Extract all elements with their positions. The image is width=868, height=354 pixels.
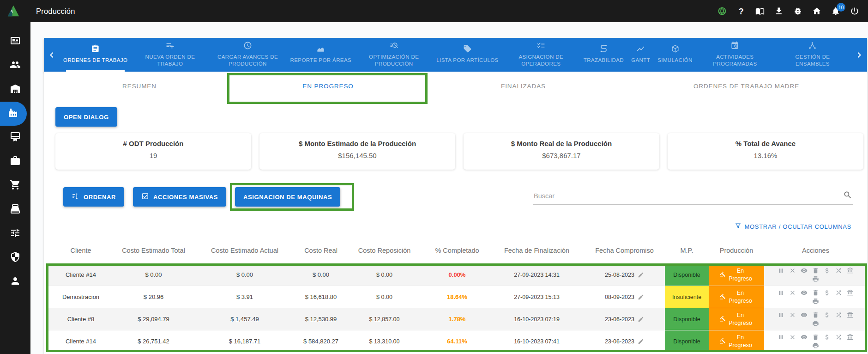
- dollar-icon[interactable]: [824, 267, 831, 274]
- subtab-resumen[interactable]: RESUMEN: [44, 72, 235, 100]
- search-input[interactable]: [533, 189, 853, 205]
- print-icon[interactable]: [812, 275, 819, 282]
- sidebar-item-people[interactable]: [0, 54, 30, 78]
- tab-cargar-avances-de-produccion[interactable]: CARGAR AVANCES DE PRODUCCIÓN: [209, 38, 286, 72]
- print-icon[interactable]: [812, 342, 819, 349]
- delete-icon[interactable]: [812, 311, 819, 318]
- tune-icon: [10, 227, 21, 240]
- column-header-cliente[interactable]: Cliente: [46, 247, 115, 254]
- close-icon[interactable]: [789, 334, 796, 341]
- column-header-m-p[interactable]: M.P.: [665, 247, 709, 254]
- tab-optimizacion-de-produccion[interactable]: OPTIMIZACIÓN DE PRODUCCIÓN: [355, 38, 433, 72]
- edit-icon[interactable]: [638, 316, 644, 323]
- subtab-en-progreso[interactable]: EN PROGRESO: [235, 72, 421, 100]
- pause-icon[interactable]: [778, 267, 784, 274]
- column-header-fecha-de-finalizacion[interactable]: Fecha de Finalización: [489, 247, 584, 254]
- view-icon[interactable]: [801, 267, 808, 274]
- bug-icon[interactable]: [793, 6, 803, 16]
- view-icon[interactable]: [801, 334, 808, 341]
- sidebar-item-certificate[interactable]: [0, 126, 30, 150]
- cell-costo-estimado-actual: $ 3.91: [192, 286, 298, 308]
- tab-simulacion[interactable]: SIMULACIÓN: [654, 38, 696, 72]
- subtab-finalizadas[interactable]: FINALIZADAS: [421, 72, 626, 100]
- tab-gestion-de-ensambles[interactable]: GESTIÓN DE ENSAMBLES: [774, 38, 851, 72]
- shuffle-icon[interactable]: [835, 311, 842, 318]
- dollar-icon[interactable]: [824, 289, 831, 296]
- close-icon[interactable]: [789, 289, 796, 296]
- bank-icon[interactable]: [847, 289, 854, 296]
- sidebar-item-tune[interactable]: [0, 222, 30, 246]
- sidebar-item-person[interactable]: [0, 270, 30, 294]
- tab-reporte-por-areas[interactable]: REPORTE POR ÁREAS: [287, 38, 356, 72]
- bank-icon[interactable]: [847, 267, 854, 274]
- sidebar-item-cart[interactable]: [0, 174, 30, 198]
- edit-icon[interactable]: [638, 272, 644, 278]
- pause-icon[interactable]: [778, 289, 784, 296]
- cell-costo-reposicion: $ 12,857.00: [344, 308, 425, 330]
- delete-icon[interactable]: [812, 267, 819, 274]
- asignacion-maquinas-button[interactable]: ASIGNACION DE MAQUINAS: [235, 187, 340, 207]
- sidebar-item-shield[interactable]: [0, 246, 30, 270]
- tab-lista-por-articulos[interactable]: LISTA POR ARTÍCULOS: [433, 38, 502, 72]
- help-icon[interactable]: ?: [736, 6, 746, 16]
- home-icon[interactable]: [812, 6, 822, 16]
- delete-icon[interactable]: [812, 289, 819, 296]
- subtab-ordenes-de-trabajo-madre[interactable]: ORDENES DE TRABAJO MADRE: [626, 72, 867, 100]
- cell-costo-estimado-total: $ 26,751.42: [115, 330, 192, 352]
- column-header-costo-estimado-actual[interactable]: Costo Estimado Actual: [192, 247, 298, 254]
- column-header-costo-estimado-total[interactable]: Costo Estimado Total: [115, 247, 192, 254]
- close-icon[interactable]: [789, 311, 796, 318]
- sidebar-item-register[interactable]: [0, 198, 30, 222]
- bank-icon[interactable]: [847, 334, 854, 341]
- pause-icon[interactable]: [778, 311, 784, 318]
- bell-icon[interactable]: 10: [831, 6, 841, 16]
- tab-trazabilidad[interactable]: TRAZABILIDAD: [580, 38, 627, 72]
- filter-icon: [735, 222, 741, 231]
- tab-asignacion-de-operadores[interactable]: ASIGNACION DE OPERADORES: [502, 38, 580, 72]
- shuffle-icon[interactable]: [835, 334, 842, 341]
- chevron-left-icon[interactable]: [44, 38, 60, 72]
- chevron-right-icon[interactable]: [851, 38, 867, 72]
- news-icon: [10, 35, 21, 48]
- tab-actividades-programadas[interactable]: ACTIVIDADES PROGRAMADAS: [696, 38, 774, 72]
- produccion-status-badge: En Progreso: [709, 264, 764, 286]
- column-header-completado[interactable]: % Completado: [425, 247, 489, 254]
- sidebar-item-factory[interactable]: [0, 102, 27, 126]
- tab-nueva-orden-de-trabajo[interactable]: NUEVA ORDEN DE TRABAJO: [131, 38, 209, 72]
- shuffle-icon[interactable]: [835, 289, 842, 296]
- bank-icon[interactable]: [847, 311, 854, 318]
- column-header-costo-reposicion[interactable]: Costo Reposición: [344, 247, 425, 254]
- toggle-columns-link[interactable]: MOSTRAR / OCULTAR COLUMNAS: [735, 222, 851, 231]
- delete-icon[interactable]: [812, 334, 819, 341]
- edit-icon[interactable]: [638, 338, 644, 345]
- tab-ordenes-de-trabajo[interactable]: ORDENES DE TRABAJO: [60, 38, 131, 72]
- power-icon[interactable]: [850, 6, 860, 16]
- column-header-produccion[interactable]: Producción: [709, 247, 764, 254]
- dollar-icon[interactable]: [824, 334, 831, 341]
- view-icon[interactable]: [801, 311, 808, 318]
- print-icon[interactable]: [812, 320, 819, 327]
- search-field: [533, 189, 853, 205]
- dollar-icon[interactable]: [824, 311, 831, 318]
- print-icon[interactable]: [812, 298, 819, 305]
- view-icon[interactable]: [801, 289, 808, 296]
- sidebar-item-warehouse[interactable]: [0, 78, 30, 102]
- pause-icon[interactable]: [778, 334, 784, 341]
- column-header-acciones[interactable]: Acciones: [764, 247, 867, 254]
- globe-icon[interactable]: [717, 6, 727, 16]
- column-header-costo-real[interactable]: Costo Real: [298, 247, 344, 254]
- acciones-masivas-button[interactable]: ACCIONES MASIVAS: [133, 187, 226, 207]
- sidebar-item-news[interactable]: [0, 30, 30, 54]
- tab-gantt[interactable]: GANTT: [627, 38, 654, 72]
- cell-costo-estimado-total: $ 20.96: [115, 286, 192, 308]
- toolbar: ORDENAR ACCIONES MASIVAS ASIGNACION DE M…: [63, 187, 863, 207]
- close-icon[interactable]: [789, 267, 796, 274]
- ordenar-button[interactable]: ORDENAR: [63, 187, 124, 207]
- sidebar-item-work[interactable]: [0, 150, 30, 174]
- download-icon[interactable]: [774, 6, 784, 16]
- column-header-fecha-compromiso[interactable]: Fecha Compromiso: [584, 247, 665, 254]
- book-icon[interactable]: [755, 6, 765, 16]
- edit-icon[interactable]: [638, 294, 644, 300]
- open-dialog-button[interactable]: OPEN DIALOG: [55, 107, 117, 127]
- shuffle-icon[interactable]: [835, 267, 842, 274]
